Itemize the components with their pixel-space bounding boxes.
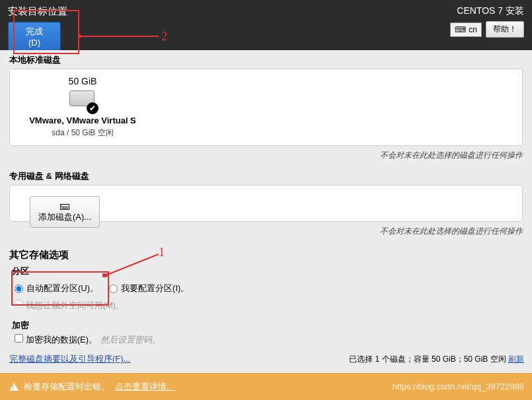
- local-note: 不会对未在此处选择的磁盘进行任何操作: [0, 146, 532, 166]
- watermark: https://blog.csdn.net/qq_39722988: [393, 382, 525, 391]
- help-button[interactable]: 帮助！: [486, 21, 524, 38]
- auto-partition-text: 自动配置分区(U)。: [26, 283, 98, 294]
- selected-summary-text: 已选择 1 个磁盘；容量 50 GiB；50 GiB 空闲: [349, 354, 508, 364]
- warning-text: 检查存储配置时出错。: [24, 381, 110, 393]
- keyboard-indicator[interactable]: cn: [450, 22, 482, 37]
- partition-label: 分区: [0, 264, 532, 279]
- disk-size: 50 GiB: [69, 76, 97, 86]
- disk-sub: sda / 50 GiB 空闲: [52, 127, 113, 139]
- special-disk-container: 🖴 添加磁盘(A)...: [9, 185, 523, 222]
- selected-summary: 已选择 1 个磁盘；容量 50 GiB；50 GiB 空闲 刷新: [349, 354, 524, 365]
- done-button[interactable]: 完成(D): [8, 22, 61, 51]
- local-disk-container: 50 GiB ✔ VMware, VMware Virtual S sda / …: [9, 69, 523, 146]
- add-disk-button[interactable]: 🖴 添加磁盘(A)...: [30, 196, 100, 228]
- other-storage-title: 其它存储选项: [0, 242, 532, 264]
- disk-item[interactable]: 50 GiB ✔ VMware, VMware Virtual S sda / …: [17, 76, 149, 139]
- disk-name: VMware, VMware Virtual S: [29, 116, 136, 125]
- add-disk-label: 添加磁盘(A)...: [38, 211, 91, 223]
- annotation-number-1: 1: [159, 246, 165, 259]
- page-title: 安装目标位置: [8, 5, 67, 18]
- disk-summary-link[interactable]: 完整磁盘摘要以及引导程序(F)...: [0, 353, 139, 365]
- extra-space-checkbox[interactable]: 我想让额外空间可用(M)。: [15, 300, 124, 312]
- add-disk-icon: 🖴: [59, 201, 70, 211]
- warning-icon: [9, 383, 19, 391]
- local-disks-label: 本地标准磁盘: [0, 50, 532, 69]
- refresh-link[interactable]: 刷新: [508, 354, 524, 364]
- encrypt-input[interactable]: [15, 334, 23, 343]
- auto-partition-input[interactable]: [15, 284, 23, 293]
- manual-partition-text: 我要配置分区(I)。: [121, 283, 189, 294]
- annotation-number-2: 2: [161, 30, 167, 44]
- encrypt-checkbox[interactable]: 加密我的数据(E)。: [15, 334, 97, 346]
- manual-partition-input[interactable]: [109, 284, 118, 293]
- special-disks-label: 专用磁盘 & 网络磁盘: [0, 166, 532, 185]
- auto-partition-radio[interactable]: 自动配置分区(U)。: [15, 283, 98, 294]
- encrypt-text: 加密我的数据(E)。: [26, 335, 97, 345]
- check-icon: ✔: [87, 102, 98, 114]
- warning-bar: 检查存储配置时出错。 点击查看详情。 https://blog.csdn.net…: [0, 373, 532, 400]
- extra-space-text: 我想让额外空间可用(M)。: [26, 300, 125, 310]
- encrypt-label: 加密: [0, 318, 532, 333]
- manual-partition-radio[interactable]: 我要配置分区(I)。: [109, 283, 189, 294]
- extra-space-input: [15, 300, 23, 308]
- encrypt-hint: 然后设置密码。: [100, 334, 161, 346]
- installer-name: CENTOS 7 安装: [457, 5, 524, 17]
- disk-icon: ✔: [69, 90, 96, 112]
- warning-link[interactable]: 点击查看详情。: [115, 381, 175, 393]
